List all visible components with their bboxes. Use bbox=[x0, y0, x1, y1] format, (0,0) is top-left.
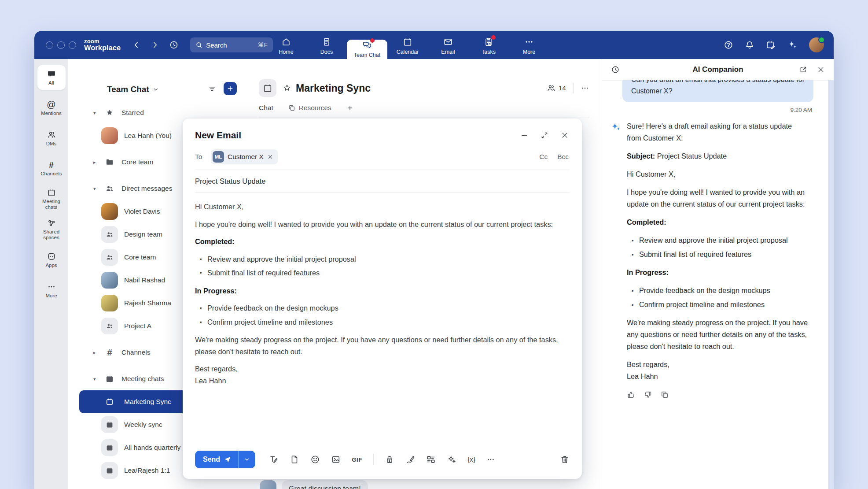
channel-more-icon[interactable] bbox=[581, 84, 589, 93]
send-options-button[interactable] bbox=[239, 451, 255, 468]
list-item: Submit final list of required features bbox=[638, 248, 808, 260]
attach-file-icon[interactable] bbox=[290, 455, 299, 464]
thumbs-down-icon[interactable] bbox=[644, 390, 652, 399]
mentions-icon: @ bbox=[47, 100, 55, 109]
team-chat-title[interactable]: Team Chat bbox=[107, 85, 159, 94]
ai-companion-panel: AI Companion Can you draft an email that… bbox=[602, 59, 834, 489]
ai-compose-icon[interactable] bbox=[447, 455, 456, 464]
tasks-badge bbox=[491, 35, 496, 40]
rail-item-mentions[interactable]: @ Mentions bbox=[37, 96, 66, 120]
filter-icon[interactable] bbox=[208, 84, 217, 93]
signature-icon[interactable] bbox=[405, 455, 415, 464]
rail-item-dms[interactable]: DMs bbox=[37, 126, 66, 151]
list-item: Confirm project timeline and milestones bbox=[638, 299, 808, 311]
nav-more[interactable]: More bbox=[509, 31, 549, 59]
send-button[interactable]: Send bbox=[195, 451, 239, 468]
nav-email[interactable]: Email bbox=[428, 31, 468, 59]
ai-history-icon[interactable] bbox=[611, 65, 620, 74]
caret-right-icon: ▸ bbox=[93, 159, 96, 165]
chevron-down-icon bbox=[153, 86, 159, 93]
copy-icon[interactable] bbox=[660, 390, 669, 399]
rail-item-shared-spaces[interactable]: Shared spaces bbox=[37, 217, 66, 242]
notifications-icon[interactable] bbox=[745, 40, 754, 50]
nav-home[interactable]: Home bbox=[266, 31, 306, 59]
email-signature: Lea Hahn bbox=[195, 375, 570, 387]
hash-icon: # bbox=[104, 348, 115, 358]
email-signoff: Best regards, bbox=[195, 363, 570, 375]
send-button-group[interactable]: Send bbox=[195, 451, 255, 468]
format-text-icon[interactable] bbox=[269, 455, 279, 464]
close-icon[interactable] bbox=[561, 131, 569, 139]
ai-body-intro: I hope you're doing well! I wanted to pr… bbox=[627, 186, 808, 210]
emoji-icon[interactable] bbox=[310, 455, 320, 464]
home-icon bbox=[281, 37, 291, 47]
thumbs-up-icon[interactable] bbox=[627, 390, 636, 399]
rail-item-more[interactable]: More bbox=[37, 278, 66, 303]
close-panel-icon[interactable] bbox=[817, 66, 825, 74]
email-icon bbox=[443, 37, 453, 47]
help-icon[interactable] bbox=[724, 40, 733, 50]
members-button[interactable]: 14 bbox=[547, 84, 566, 93]
recipient-chip[interactable]: ML Customer X bbox=[211, 149, 278, 164]
list-item: Review and approve the initial project p… bbox=[206, 253, 570, 265]
encrypt-icon[interactable] bbox=[385, 455, 394, 464]
calendar-edit-icon[interactable] bbox=[766, 40, 776, 50]
nav-docs[interactable]: Docs bbox=[306, 31, 347, 59]
member-count: 14 bbox=[559, 84, 566, 92]
nav-tasks[interactable]: Tasks bbox=[468, 31, 509, 59]
minimize-window-dot[interactable] bbox=[57, 41, 65, 49]
close-window-dot[interactable] bbox=[46, 41, 53, 49]
rail-item-meeting-chats[interactable]: Meeting chats bbox=[37, 187, 66, 211]
forward-icon[interactable] bbox=[151, 41, 159, 49]
members-icon bbox=[547, 84, 555, 93]
gif-icon[interactable]: GIF bbox=[352, 456, 362, 463]
channel-calendar-icon bbox=[259, 79, 276, 97]
history-icon[interactable] bbox=[169, 40, 179, 50]
expand-icon[interactable] bbox=[541, 131, 548, 139]
star-outline-icon[interactable] bbox=[283, 84, 291, 93]
search-input[interactable]: Search ⌘F bbox=[190, 37, 273, 52]
email-body-editor[interactable]: Hi Customer X, I hope you're doing well!… bbox=[183, 193, 582, 386]
timestamp: 9:20 AM bbox=[602, 107, 812, 113]
zoom-workplace-logo: zoom Workplace bbox=[84, 38, 121, 52]
caret-down-icon: ▾ bbox=[93, 376, 96, 382]
discard-draft-icon[interactable] bbox=[560, 455, 570, 464]
ai-signoff: Best regards, bbox=[627, 359, 808, 370]
avatar bbox=[101, 203, 118, 220]
zoom-workplace-window: zoom Workplace Search ⌘F Home Docs bbox=[34, 31, 834, 489]
toolbar-more-icon[interactable] bbox=[486, 455, 495, 464]
rail-item-apps[interactable]: Apps bbox=[37, 248, 66, 272]
search-placeholder: Search bbox=[206, 41, 227, 49]
email-closing: We're making steady progress on the proj… bbox=[195, 334, 570, 357]
bcc-button[interactable]: Bcc bbox=[557, 153, 569, 161]
tab-resources[interactable]: Resources bbox=[288, 104, 331, 112]
template-fields-icon[interactable] bbox=[426, 455, 436, 464]
nav-calendar[interactable]: Calendar bbox=[387, 31, 428, 59]
rail-item-all[interactable]: All bbox=[37, 65, 66, 90]
insert-image-icon[interactable] bbox=[331, 455, 341, 464]
email-inprogress-label: In Progress: bbox=[195, 285, 570, 297]
resources-icon bbox=[288, 104, 295, 111]
add-tab-button[interactable] bbox=[346, 104, 353, 111]
zoom-window-dot[interactable] bbox=[69, 41, 76, 49]
tab-chat[interactable]: Chat bbox=[259, 104, 273, 112]
caret-down-icon: ▾ bbox=[93, 186, 96, 192]
minimize-icon[interactable] bbox=[520, 131, 528, 139]
window-traffic-lights[interactable] bbox=[46, 41, 76, 49]
cc-button[interactable]: Cc bbox=[539, 153, 548, 161]
nav-team-chat[interactable]: Team Chat bbox=[347, 40, 387, 59]
ai-response: Sure! Here's a draft email asking for a … bbox=[627, 120, 808, 399]
back-icon[interactable] bbox=[132, 41, 141, 49]
ai-subject-line: Subject: Project Status Update bbox=[627, 150, 808, 162]
rail-item-channels[interactable]: # Channels bbox=[37, 156, 66, 181]
email-completed-list: Review and approve the initial project p… bbox=[195, 253, 570, 279]
open-external-icon[interactable] bbox=[799, 66, 807, 74]
ai-sparkle-icon[interactable] bbox=[787, 40, 798, 50]
new-chat-button[interactable] bbox=[224, 82, 237, 95]
user-avatar[interactable] bbox=[809, 37, 824, 52]
ai-closing: We're making steady progress on the proj… bbox=[627, 317, 808, 352]
subject-field[interactable]: Project Status Update bbox=[183, 170, 582, 193]
scrollbar[interactable] bbox=[828, 80, 834, 489]
variables-icon[interactable]: {x} bbox=[467, 456, 475, 463]
remove-recipient-icon[interactable] bbox=[267, 154, 273, 160]
